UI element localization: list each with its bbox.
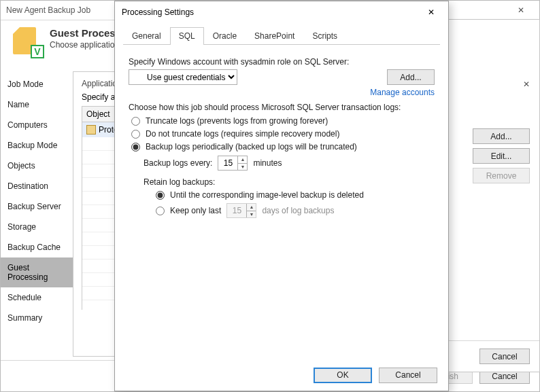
close-icon[interactable]: ✕ bbox=[508, 5, 534, 15]
radio-retain-until-input[interactable] bbox=[156, 191, 165, 200]
radio-dont-truncate[interactable]: Do not truncate logs (requires simple re… bbox=[131, 129, 435, 139]
radio-truncate-label: Truncate logs (prevents logs from growin… bbox=[146, 116, 328, 126]
backup-every-label: Backup logs every: bbox=[144, 158, 212, 168]
nav-item-objects[interactable]: Objects bbox=[1, 156, 73, 176]
add-button[interactable]: Add... bbox=[473, 128, 530, 144]
wizard-title: New Agent Backup Job bbox=[6, 5, 90, 15]
spinner-arrows: ▲▼ bbox=[246, 204, 256, 217]
ok-button[interactable]: OK bbox=[314, 368, 372, 383]
nav-item-backup-cache[interactable]: Backup Cache bbox=[1, 237, 73, 257]
nav-item-destination[interactable]: Destination bbox=[1, 176, 73, 196]
radio-backup-periodically-label: Backup logs periodically (backed up logs… bbox=[146, 142, 357, 152]
backup-every-unit: minutes bbox=[253, 158, 282, 168]
nav-item-guest-processing[interactable]: Guest Processing bbox=[1, 257, 73, 287]
nav-item-computers[interactable]: Computers bbox=[1, 115, 73, 135]
radio-backup-periodically-input[interactable] bbox=[131, 143, 140, 152]
nav-item-name[interactable]: Name bbox=[1, 94, 73, 115]
retain-keep-unit: days of log backups bbox=[262, 206, 334, 215]
processing-settings-dialog: Processing Settings ✕ GeneralSQLOracleSh… bbox=[114, 1, 449, 391]
cancel-button[interactable]: Cancel bbox=[479, 349, 530, 364]
nav-item-storage[interactable]: Storage bbox=[1, 217, 73, 237]
tab-oracle[interactable]: Oracle bbox=[204, 27, 246, 45]
remove-button: Remove bbox=[473, 168, 530, 183]
tab-sharepoint[interactable]: SharePoint bbox=[246, 27, 303, 45]
radio-retain-keep-label: Keep only last bbox=[170, 206, 221, 215]
radio-backup-periodically[interactable]: Backup logs periodically (backed up logs… bbox=[131, 142, 435, 152]
protection-group-icon bbox=[86, 125, 96, 135]
chevron-up-icon: ▲ bbox=[246, 204, 256, 211]
close-icon[interactable]: ✕ bbox=[421, 7, 441, 17]
tab-strip: GeneralSQLOracleSharePointScripts bbox=[123, 26, 440, 45]
radio-truncate[interactable]: Truncate logs (prevents logs from growin… bbox=[131, 116, 435, 126]
radio-truncate-input[interactable] bbox=[131, 117, 140, 126]
account-combo-wrap: Use guest credentials bbox=[129, 69, 382, 85]
add-account-button[interactable]: Add... bbox=[387, 69, 435, 85]
wizard-nav: Job ModeNameComputersBackup ModeObjectsD… bbox=[1, 69, 73, 363]
nav-item-backup-mode[interactable]: Backup Mode bbox=[1, 135, 73, 156]
cancel-button[interactable]: Cancel bbox=[379, 368, 437, 383]
tab-general[interactable]: General bbox=[123, 27, 170, 45]
radio-retain-keep[interactable]: Keep only last ▲▼ days of log backups bbox=[156, 203, 435, 218]
edit-button[interactable]: Edit... bbox=[473, 148, 530, 164]
radio-dont-truncate-label: Do not truncate logs (requires simple re… bbox=[146, 129, 339, 139]
process-logs-label: Choose how this job should process Micro… bbox=[129, 103, 435, 112]
backup-every-spinner[interactable]: ▲▼ bbox=[218, 156, 248, 171]
retain-keep-value bbox=[227, 204, 246, 217]
retain-label: Retain log backups: bbox=[144, 177, 435, 187]
nav-item-job-mode[interactable]: Job Mode bbox=[1, 74, 73, 94]
account-select[interactable]: Use guest credentials bbox=[129, 69, 237, 85]
close-icon[interactable]: ✕ bbox=[518, 79, 535, 89]
radio-dont-truncate-input[interactable] bbox=[131, 130, 140, 139]
radio-retain-keep-input[interactable] bbox=[156, 207, 165, 215]
retain-keep-spinner: ▲▼ bbox=[226, 203, 256, 218]
spinner-arrows[interactable]: ▲▼ bbox=[237, 156, 247, 170]
manage-accounts-link[interactable]: Manage accounts bbox=[129, 88, 435, 97]
dialog-titlebar: Processing Settings ✕ bbox=[115, 1, 448, 22]
chevron-down-icon: ▼ bbox=[246, 211, 256, 218]
nav-item-schedule[interactable]: Schedule bbox=[1, 287, 73, 308]
radio-retain-until-label: Until the corresponding image-level back… bbox=[170, 190, 364, 200]
chevron-up-icon: ▲ bbox=[237, 156, 247, 164]
nav-item-backup-server[interactable]: Backup Server bbox=[1, 196, 73, 217]
wizard-icon: V bbox=[13, 27, 43, 57]
tab-sql[interactable]: SQL bbox=[170, 27, 204, 45]
dialog-footer: OK Cancel bbox=[115, 359, 448, 391]
dialog-title: Processing Settings bbox=[122, 7, 194, 17]
tab-scripts[interactable]: Scripts bbox=[303, 27, 346, 45]
backup-every-value[interactable] bbox=[218, 156, 237, 170]
account-label: Specify Windows account with sysadmin ro… bbox=[129, 57, 435, 67]
radio-retain-until[interactable]: Until the corresponding image-level back… bbox=[156, 190, 435, 200]
chevron-down-icon: ▼ bbox=[237, 164, 247, 171]
nav-item-summary[interactable]: Summary bbox=[1, 308, 73, 328]
